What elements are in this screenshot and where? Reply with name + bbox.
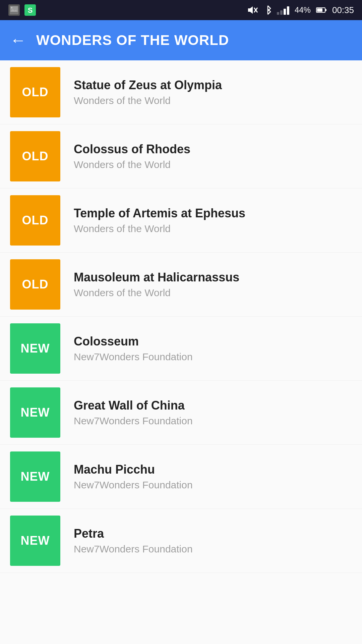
wonder-content: Mausoleum at Halicarnassus Wonders of th… <box>74 270 239 299</box>
gallery-icon <box>8 4 20 16</box>
wonder-badge: OLD <box>10 131 60 181</box>
wonder-badge: NEW <box>10 516 60 566</box>
badge-label: NEW <box>21 406 50 420</box>
wonder-content: Colossus of Rhodes Wonders of the World <box>74 142 190 170</box>
list-item[interactable]: NEW Machu Picchu New7Wonders Foundation <box>0 445 362 509</box>
wonder-content: Great Wall of China New7Wonders Foundati… <box>74 398 193 427</box>
status-bar: S 44% 00:35 <box>0 0 362 20</box>
list-item[interactable]: OLD Colossus of Rhodes Wonders of the Wo… <box>0 124 362 189</box>
list-item[interactable]: OLD Statue of Zeus at Olympia Wonders of… <box>0 60 362 124</box>
wonder-title: Machu Picchu <box>74 463 193 477</box>
battery-icon <box>316 7 327 13</box>
wonder-content: Statue of Zeus at Olympia Wonders of the… <box>74 78 222 106</box>
badge-label: NEW <box>21 341 50 356</box>
wonder-title: Statue of Zeus at Olympia <box>74 78 222 92</box>
list-item[interactable]: OLD Temple of Artemis at Ephesus Wonders… <box>0 189 362 253</box>
wonder-subtitle: Wonders of the World <box>74 159 190 170</box>
wonder-badge: NEW <box>10 451 60 502</box>
svg-rect-10 <box>317 8 322 12</box>
wonder-subtitle: Wonders of the World <box>74 223 245 234</box>
back-button[interactable]: ← <box>10 32 26 48</box>
wonder-title: Mausoleum at Halicarnassus <box>74 270 239 284</box>
wonder-title: Temple of Artemis at Ephesus <box>74 206 245 220</box>
wonder-subtitle: New7Wonders Foundation <box>74 479 193 491</box>
wonder-subtitle: New7Wonders Foundation <box>74 415 193 427</box>
signal-icon <box>277 5 289 15</box>
badge-label: OLD <box>22 149 49 163</box>
wonder-subtitle: New7Wonders Foundation <box>74 543 193 555</box>
wonder-subtitle: Wonders of the World <box>74 287 239 299</box>
status-time: 00:35 <box>332 5 354 15</box>
svg-text:S: S <box>28 6 33 14</box>
wonder-badge: OLD <box>10 67 60 117</box>
wonder-subtitle: Wonders of the World <box>74 95 222 106</box>
badge-label: OLD <box>22 277 49 291</box>
badge-label: NEW <box>21 470 50 484</box>
bluetooth-icon <box>264 5 272 15</box>
wonder-title: Petra <box>74 527 193 541</box>
badge-label: OLD <box>22 85 49 99</box>
mute-icon <box>247 5 259 15</box>
badge-label: OLD <box>22 213 49 227</box>
wonder-content: Temple of Artemis at Ephesus Wonders of … <box>74 206 245 234</box>
status-bar-right: 44% 00:35 <box>247 5 354 15</box>
wonder-content: Petra New7Wonders Foundation <box>74 527 193 555</box>
list-item[interactable]: OLD Mausoleum at Halicarnassus Wonders o… <box>0 253 362 317</box>
wonder-content: Colosseum New7Wonders Foundation <box>74 334 193 363</box>
list-item[interactable]: NEW Petra New7Wonders Foundation <box>0 509 362 573</box>
list-item[interactable]: NEW Great Wall of China New7Wonders Foun… <box>0 381 362 445</box>
status-bar-left: S <box>8 4 36 16</box>
battery-percentage: 44% <box>295 5 311 15</box>
wonder-badge: NEW <box>10 387 60 438</box>
wonder-badge: OLD <box>10 195 60 246</box>
wonder-title: Colossus of Rhodes <box>74 142 190 156</box>
wonder-subtitle: New7Wonders Foundation <box>74 351 193 363</box>
wonders-list: OLD Statue of Zeus at Olympia Wonders of… <box>0 60 362 644</box>
svg-point-4 <box>11 7 12 8</box>
badge-label: NEW <box>21 534 50 548</box>
svg-rect-11 <box>325 9 326 11</box>
wonder-title: Colosseum <box>74 334 193 348</box>
wonder-content: Machu Picchu New7Wonders Foundation <box>74 463 193 491</box>
list-item[interactable]: NEW Colosseum New7Wonders Foundation <box>0 317 362 381</box>
wonder-badge: NEW <box>10 323 60 374</box>
s-app-icon: S <box>24 4 36 16</box>
wonder-badge: OLD <box>10 259 60 310</box>
app-bar: ← WONDERS OF THE WORLD <box>0 20 362 60</box>
page-title: WONDERS OF THE WORLD <box>36 32 229 48</box>
wonder-title: Great Wall of China <box>74 398 193 413</box>
